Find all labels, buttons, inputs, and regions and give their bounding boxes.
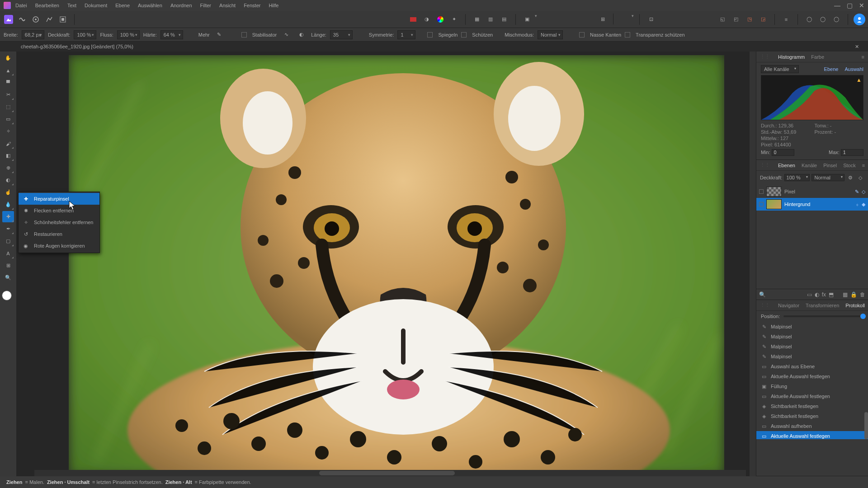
menu-view[interactable]: Ansicht xyxy=(219,3,236,8)
brush-preset-icon[interactable]: ✎ xyxy=(213,29,225,41)
document-tab[interactable]: cheetah-g3635066ee_1920.jpg [Geändert] (… xyxy=(21,44,133,49)
tab-history[interactable]: Protokoll xyxy=(845,303,865,308)
color-chooser-icon[interactable] xyxy=(434,14,446,25)
tone-map-persona-icon[interactable] xyxy=(43,14,55,25)
stabilizer-checkbox[interactable] xyxy=(241,32,247,38)
mirror-checkbox[interactable] xyxy=(427,32,433,38)
hist-max-input[interactable] xyxy=(841,149,863,156)
hand-tool[interactable]: ✋ xyxy=(2,52,14,64)
arrange-front-icon[interactable]: ◲ xyxy=(757,14,769,25)
color-picker-tool[interactable]: ▀ xyxy=(2,77,14,88)
document-setup-icon[interactable]: ◑ xyxy=(421,14,433,25)
text-tool[interactable]: A xyxy=(2,248,14,259)
history-item[interactable]: ◈Sichtbarkeit festlegen xyxy=(756,401,868,411)
add-layer-icon[interactable]: ◯ xyxy=(803,14,815,25)
layer-row[interactable]: Pixel✎◇ xyxy=(756,185,868,198)
history-item[interactable]: ✎Malpinsel xyxy=(756,332,868,342)
quick-mask-dropdown-icon[interactable]: ▾ xyxy=(535,14,537,25)
layer-link-icon[interactable]: ◆ xyxy=(862,202,865,207)
protect-checkbox[interactable] xyxy=(461,32,467,38)
position-slider[interactable] xyxy=(783,315,863,317)
length-input[interactable]: 35 xyxy=(330,30,353,39)
smudge-tool[interactable]: ☝ xyxy=(2,187,14,198)
channel-select[interactable]: Alle Kanäle xyxy=(761,65,799,73)
alignment-icon[interactable]: ≡ xyxy=(780,14,792,25)
history-item[interactable]: ▭Aktuelle Auswahl festlegen xyxy=(756,391,868,401)
flyout-item[interactable]: ✺Flecken entfernen xyxy=(19,205,99,216)
fx-layer-icon[interactable]: fx xyxy=(822,291,826,298)
add-live-filter-icon[interactable]: ◯ xyxy=(830,14,842,25)
menu-text[interactable]: Text xyxy=(67,3,76,8)
snapping-icon[interactable]: ⊡ xyxy=(645,14,657,25)
layer-opacity-input[interactable]: 100 % xyxy=(784,174,810,181)
menu-filter[interactable]: Filter xyxy=(200,3,211,8)
grid-icon[interactable]: ▤ xyxy=(498,14,510,25)
menu-window[interactable]: Fenster xyxy=(244,3,260,8)
wet-edges-checkbox[interactable] xyxy=(579,32,585,38)
panel-menu-icon[interactable]: ≡ xyxy=(862,54,864,60)
layer-link-icon[interactable]: ◇ xyxy=(862,189,865,195)
history-item[interactable]: ▭Aktuelle Auswahl festlegen xyxy=(756,431,868,439)
add-layer-icon[interactable]: ▦ xyxy=(843,291,848,298)
menu-file[interactable]: Datei xyxy=(15,3,27,8)
move-tool[interactable]: ▲ xyxy=(2,65,14,76)
delete-layer-icon[interactable]: 🗑 xyxy=(860,291,865,298)
panel-grip-icon[interactable]: ⋮⋮ xyxy=(760,162,770,168)
history-item[interactable]: ▭Aktuelle Auswahl festlegen xyxy=(756,371,868,381)
tab-transform[interactable]: Transformieren xyxy=(806,303,839,308)
history-item[interactable]: ▭Auswahl aus Ebene xyxy=(756,361,868,371)
arrange-forward-icon[interactable]: ◳ xyxy=(744,14,755,25)
layer-visibility-icon[interactable] xyxy=(759,202,764,206)
mesh-warp-tool[interactable]: ⊞ xyxy=(2,260,14,271)
menu-document[interactable]: Dokument xyxy=(85,3,107,8)
hardness-input[interactable]: 64 % xyxy=(160,30,183,39)
tab-color[interactable]: Farbe xyxy=(811,54,824,60)
arrange-backward-icon[interactable]: ◰ xyxy=(730,14,742,25)
menu-help[interactable]: Hilfe xyxy=(269,3,278,8)
tab-channels[interactable]: Kanäle xyxy=(802,163,817,168)
width-input[interactable]: 68,2 px xyxy=(22,30,44,39)
align-icon[interactable]: ⊞ xyxy=(597,14,609,25)
paint-brush-tool[interactable]: 🖌 xyxy=(2,138,14,149)
selection-scope-link[interactable]: Auswahl xyxy=(844,66,863,72)
tab-layers[interactable]: Ebenen xyxy=(778,163,795,168)
photo-persona-icon[interactable] xyxy=(3,14,14,25)
menu-select[interactable]: Auswählen xyxy=(138,3,162,8)
close-button[interactable]: ✕ xyxy=(859,2,864,9)
pen-tool[interactable]: ✒ xyxy=(2,223,14,235)
lock-children-icon[interactable] xyxy=(618,14,630,25)
crop-tool-icon[interactable]: ▥ xyxy=(485,14,496,25)
tab-stock[interactable]: Stock xyxy=(843,163,856,168)
tab-navigator[interactable]: Navigator xyxy=(778,303,799,308)
rope-mode-icon[interactable]: ∿ xyxy=(280,29,292,41)
flood-select-tool[interactable]: ✧ xyxy=(2,126,14,137)
panel-grip-icon[interactable]: ⋮⋮ xyxy=(760,302,770,308)
selection-tool-icon[interactable]: ▦ xyxy=(471,14,483,25)
history-item[interactable]: ◈Sichtbarkeit festlegen xyxy=(756,411,868,421)
history-item[interactable]: ▭Auswahl aufheben xyxy=(756,421,868,431)
zoom-tool[interactable]: 🔍 xyxy=(2,272,14,283)
minimize-button[interactable]: — xyxy=(834,2,840,9)
flyout-item[interactable]: ✚Reparaturpinsel xyxy=(19,193,99,205)
export-persona-icon[interactable] xyxy=(57,14,69,25)
foreground-color-icon[interactable] xyxy=(2,291,12,300)
opacity-input[interactable]: 100 % xyxy=(74,30,96,39)
menu-layer[interactable]: Ebene xyxy=(115,3,130,8)
histogram-warning-icon[interactable]: ▲ xyxy=(856,77,862,83)
layer-extra-icon[interactable]: ◇ xyxy=(856,172,864,183)
history-item[interactable]: ✎Malpinsel xyxy=(756,322,868,332)
history-scrollbar[interactable] xyxy=(864,412,868,439)
flyout-item[interactable]: ↺Restaurieren xyxy=(19,228,99,240)
develop-persona-icon[interactable] xyxy=(30,14,42,25)
assign-profile-icon[interactable]: ✦ xyxy=(448,14,460,25)
layer-edit-icon[interactable]: ✎ xyxy=(855,189,859,195)
mask-layer-icon[interactable]: ▭ xyxy=(807,291,812,298)
layer-settings-icon[interactable]: ⚙ xyxy=(846,172,854,183)
symmetry-input[interactable]: 1 xyxy=(397,30,415,39)
horizontal-scrollbar[interactable] xyxy=(34,470,746,476)
history-item[interactable]: ✎Malpinsel xyxy=(756,342,868,352)
flow-input[interactable]: 100 % xyxy=(117,30,140,39)
panel-menu-icon[interactable]: ≡ xyxy=(862,163,865,168)
menu-edit[interactable]: Bearbeiten xyxy=(35,3,59,8)
window-mode-icon[interactable]: ◐ xyxy=(296,29,307,41)
